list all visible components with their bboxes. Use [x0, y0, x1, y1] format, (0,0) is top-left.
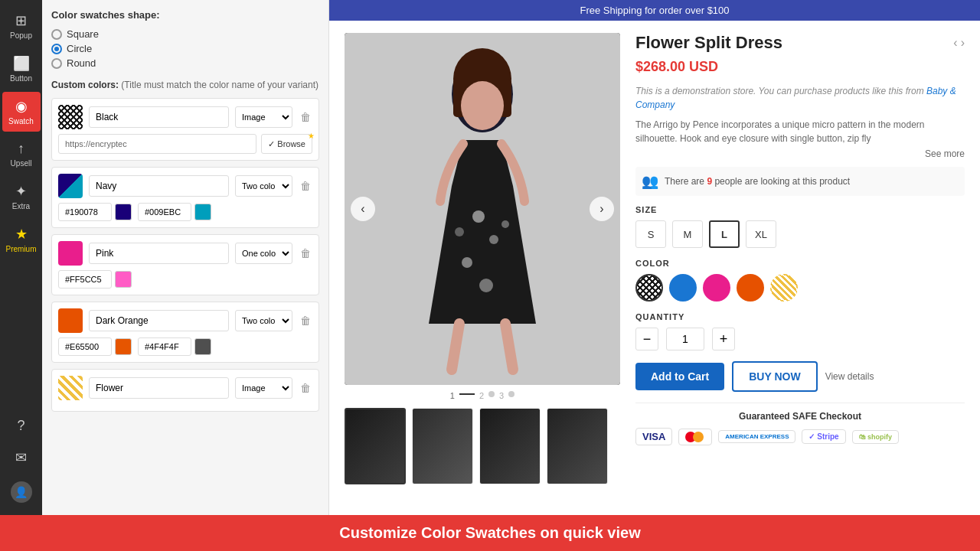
star-icon: ★ — [308, 132, 315, 140]
black-url-input[interactable] — [58, 134, 256, 154]
dark-orange-color2-swatch[interactable] — [194, 338, 211, 355]
navy-color1-swatch[interactable] — [115, 204, 132, 220]
sidebar-label-extra: Extra — [12, 202, 30, 210]
flower-swatch — [58, 376, 83, 400]
qty-input[interactable] — [666, 328, 704, 350]
product-prev-icon[interactable]: ‹ — [953, 36, 957, 50]
product-swatch-yellow[interactable] — [770, 274, 798, 302]
help-icon: ? — [17, 418, 24, 434]
product-swatch-orange[interactable] — [737, 274, 764, 302]
sidebar-item-premium[interactable]: ★ Premium — [2, 220, 41, 259]
qty-minus-btn[interactable]: − — [635, 328, 658, 350]
size-s-btn[interactable]: S — [635, 220, 666, 248]
dark-orange-type-select[interactable]: Two colo Image One colo — [235, 310, 292, 331]
flower-name-input[interactable] — [89, 377, 229, 399]
sidebar-item-user[interactable]: 👤 — [2, 475, 41, 509]
navy-swatch — [58, 174, 83, 198]
shipping-bar: Free Shipping for order over $100 — [329, 0, 980, 21]
navy-color2-swatch[interactable] — [194, 204, 211, 220]
product-image-section: ‹ › 1 2 3 — [345, 33, 620, 499]
square-radio[interactable] — [51, 29, 62, 40]
color-swatch-selector — [635, 274, 965, 302]
sidebar-item-button[interactable]: ⬜ Button — [2, 49, 41, 89]
amex-icon: AMERICAN EXPRESS — [718, 430, 795, 443]
add-to-cart-btn[interactable]: Add to Cart — [635, 363, 724, 390]
sidebar-item-help[interactable]: ? — [2, 412, 41, 440]
settings-panel: Color swatches shape: Square Circle Roun… — [42, 0, 329, 515]
shape-circle-option[interactable]: Circle — [51, 43, 319, 54]
product-link[interactable]: Baby & Company — [635, 86, 956, 110]
social-count: 9 — [707, 176, 712, 187]
sidebar-item-popup[interactable]: ⊞ Popup — [2, 6, 41, 46]
product-next-icon[interactable]: › — [961, 36, 965, 50]
product-swatch-navy[interactable] — [669, 274, 697, 302]
sidebar-item-email[interactable]: ✉ — [2, 443, 41, 472]
product-main-image — [345, 33, 620, 385]
navy-hex2-input[interactable] — [138, 203, 191, 221]
black-browse-btn[interactable]: ✓ Browse ★ — [261, 134, 312, 154]
image-prev-btn[interactable]: ‹ — [351, 197, 375, 221]
shape-round-option[interactable]: Round — [51, 57, 319, 69]
navy-type-select[interactable]: Two colo Image One colo — [235, 175, 292, 197]
flower-type-select[interactable]: Image One colo Two colo — [235, 377, 292, 399]
sidebar-label-swatch: Swatch — [8, 117, 34, 126]
dark-orange-delete-btn[interactable]: 🗑 — [299, 313, 312, 328]
size-l-btn[interactable]: L — [709, 220, 740, 248]
bottom-bar-text: Customize Color Swatches on quick view — [339, 524, 640, 541]
circle-radio[interactable] — [51, 44, 62, 54]
black-name-input[interactable] — [89, 106, 229, 128]
shape-square-option[interactable]: Square — [51, 28, 319, 40]
size-xl-btn[interactable]: XL — [746, 220, 776, 248]
sidebar-item-upsell[interactable]: ↑ Upsell — [2, 135, 41, 174]
payment-icons: VISA AMERICAN EXPRESS ✓ Stripe 🛍 shopify — [635, 428, 965, 445]
svg-point-4 — [461, 81, 504, 130]
dark-orange-hex2-input[interactable] — [138, 337, 191, 356]
size-m-btn[interactable]: M — [672, 220, 703, 248]
product-description: This is a demonstration store. You can p… — [635, 84, 965, 112]
product-title: Flower Split Dress — [635, 33, 782, 53]
black-type-select[interactable]: Image One colo Two colo — [235, 106, 292, 128]
sidebar-item-swatch[interactable]: ◉ Swatch — [2, 92, 41, 132]
svg-point-10 — [455, 227, 464, 236]
thumbnail-2[interactable] — [412, 408, 473, 484]
round-radio[interactable] — [51, 58, 62, 69]
product-swatch-black[interactable] — [635, 274, 663, 302]
color-label: COLOR — [635, 259, 965, 268]
product-swatch-pink[interactable] — [703, 274, 730, 302]
svg-point-5 — [472, 210, 485, 223]
navy-name-input[interactable] — [89, 175, 229, 197]
image-next-btn[interactable]: › — [590, 197, 614, 221]
navy-hex1-input[interactable] — [58, 203, 112, 221]
product-price: $268.00 USD — [635, 59, 965, 75]
product-nav-arrows: ‹ › — [953, 36, 965, 50]
pink-hex1-input[interactable] — [58, 270, 112, 289]
mastercard-icon — [678, 429, 712, 445]
main-image-container: ‹ › — [345, 33, 620, 385]
thumbnail-row — [345, 408, 620, 484]
dark-orange-name-input[interactable] — [89, 310, 229, 331]
qty-plus-btn[interactable]: + — [712, 328, 735, 350]
email-icon: ✉ — [15, 449, 27, 466]
cart-actions: Add to Cart BUY NOW View details — [635, 361, 965, 392]
pink-name-input[interactable] — [89, 243, 229, 264]
dark-orange-hex1-input[interactable] — [58, 337, 112, 356]
pink-color1-swatch[interactable] — [115, 271, 132, 288]
sidebar-item-extra[interactable]: ✦ Extra — [2, 177, 41, 217]
navy-delete-btn[interactable]: 🗑 — [299, 178, 312, 194]
pink-delete-btn[interactable]: 🗑 — [299, 246, 312, 261]
view-details-link[interactable]: View details — [825, 371, 874, 382]
round-label: Round — [67, 57, 96, 69]
thumbnail-1[interactable] — [345, 408, 406, 484]
black-delete-btn[interactable]: 🗑 — [299, 109, 312, 125]
button-icon: ⬜ — [13, 55, 30, 72]
pink-type-select[interactable]: One colo Image Two colo — [235, 243, 292, 264]
premium-icon: ★ — [15, 226, 28, 243]
svg-point-8 — [479, 279, 493, 292]
see-more-link[interactable]: See more — [635, 148, 965, 159]
thumbnail-4[interactable] — [547, 408, 608, 484]
checkmark-icon: ✓ — [268, 139, 275, 149]
flower-delete-btn[interactable]: 🗑 — [299, 380, 312, 396]
buy-now-btn[interactable]: BUY NOW — [732, 361, 817, 392]
dark-orange-color1-swatch[interactable] — [115, 338, 132, 355]
thumbnail-3[interactable] — [479, 408, 541, 484]
